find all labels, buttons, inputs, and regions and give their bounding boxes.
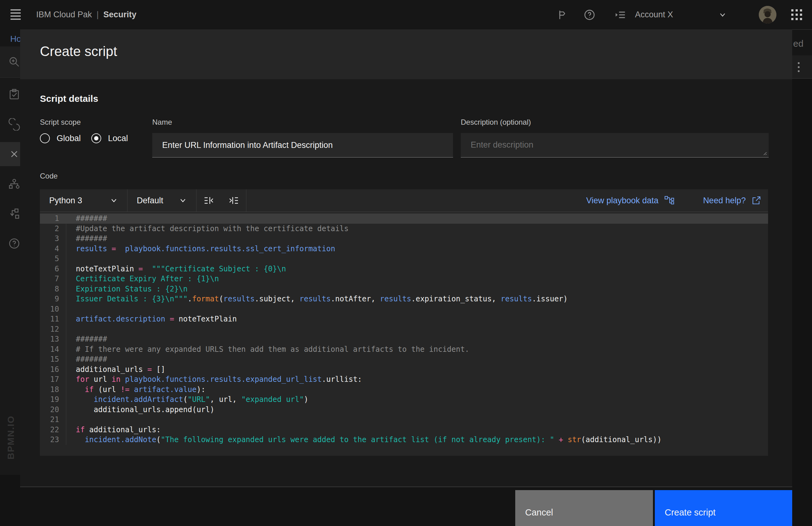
modal-footer: Cancel Create script [20, 487, 792, 526]
line-number: 19 [40, 394, 66, 405]
line-number: 3 [40, 234, 66, 244]
line-number: 13 [40, 334, 66, 345]
code-line[interactable]: 23 incident.addNote("The following expan… [40, 435, 768, 445]
clipboard-check-icon[interactable] [8, 88, 20, 101]
resize-handle-icon[interactable] [762, 150, 767, 156]
brand-separator: | [97, 10, 99, 19]
tree-view-icon [664, 195, 675, 206]
page-behind-row [792, 55, 812, 78]
brand-name: IBM Cloud Pak [36, 10, 92, 19]
modal-title: Create script [40, 44, 117, 59]
line-number: 7 [40, 274, 66, 284]
task-list-icon[interactable] [612, 0, 629, 29]
code-label: Code [40, 172, 58, 180]
code-line[interactable]: 11artifact.description = noteTextPlain [40, 314, 768, 324]
cancel-button[interactable]: Cancel [515, 490, 653, 526]
line-number: 9 [40, 294, 66, 304]
line-number: 22 [40, 425, 66, 435]
code-line[interactable]: 7Certificate Expiry After : {1}\n [40, 274, 768, 284]
code-editor[interactable]: 1#######2#Update the artifact descriptio… [40, 211, 768, 456]
code-line[interactable]: 6noteTextPlain = """Certificate Subject … [40, 264, 768, 274]
need-help-link[interactable]: Need help? [703, 195, 761, 205]
view-playbook-data-label: View playbook data [586, 196, 658, 205]
language-dropdown[interactable]: Python 3 [40, 189, 127, 211]
code-line[interactable]: 3####### [40, 234, 768, 244]
code-line[interactable]: 2#Update the artifact description with t… [40, 224, 768, 234]
line-number: 8 [40, 284, 66, 294]
name-label: Name [152, 118, 172, 127]
org-chart-icon[interactable] [8, 178, 20, 190]
top-header: IBM Cloud Pak | Security Account X [0, 0, 812, 29]
code-line[interactable]: 19 incident.addArtifact("URL", url, "exp… [40, 394, 768, 405]
code-line[interactable]: 9Issuer Details : {3}\n""".format(result… [40, 294, 768, 304]
code-line[interactable]: 21 [40, 414, 768, 425]
line-number: 12 [40, 324, 66, 335]
signpost-icon[interactable] [551, 0, 569, 29]
chevron-down-icon [179, 196, 187, 205]
avatar[interactable] [759, 6, 777, 24]
help-icon[interactable] [8, 237, 20, 250]
swirl-icon[interactable] [8, 118, 20, 131]
launch-icon [751, 195, 761, 205]
create-script-button[interactable]: Create script [655, 490, 792, 526]
code-line[interactable]: 12 [40, 324, 768, 335]
description-placeholder: Enter description [471, 140, 534, 149]
section-heading: Script details [40, 93, 98, 104]
line-number: 16 [40, 365, 66, 375]
script-scope-label: Script scope [40, 118, 81, 127]
name-input[interactable]: Enter URL Information into Artifact Desc… [152, 133, 453, 158]
line-number: 20 [40, 405, 66, 415]
code-line[interactable]: 1####### [40, 214, 768, 224]
account-menu[interactable]: Account X [635, 0, 691, 29]
line-number: 23 [40, 435, 66, 445]
code-line[interactable]: 10 [40, 304, 768, 315]
chevron-down-icon [110, 196, 118, 205]
line-number: 21 [40, 414, 66, 425]
radio-icon [40, 133, 50, 143]
code-line[interactable]: 15####### [40, 354, 768, 365]
outdent-icon[interactable] [197, 189, 221, 211]
zoom-in-icon[interactable] [8, 56, 20, 68]
theme-value: Default [137, 196, 163, 205]
page-behind-strip: ed [792, 29, 812, 526]
line-number: 15 [40, 354, 66, 365]
language-value: Python 3 [49, 196, 82, 205]
line-number: 6 [40, 264, 66, 274]
description-textarea[interactable]: Enter description [461, 133, 769, 158]
chevron-down-icon[interactable] [715, 0, 730, 29]
description-label: Description (optional) [461, 118, 531, 127]
code-line[interactable]: 18 if (url != artifact.value): [40, 384, 768, 395]
page-behind-bottom [792, 79, 812, 526]
view-playbook-data-link[interactable]: View playbook data [586, 195, 675, 206]
line-number: 11 [40, 314, 66, 324]
help-icon[interactable] [581, 0, 598, 29]
radio-label: Global [57, 134, 81, 143]
code-line[interactable]: 22if additional_urls: [40, 425, 768, 435]
line-number: 17 [40, 375, 66, 384]
script-scope-radio-global[interactable]: Global [40, 133, 81, 143]
code-line[interactable]: 5 [40, 254, 768, 264]
theme-dropdown[interactable]: Default [128, 189, 196, 211]
code-line[interactable]: 17for url in playbook.functions.results.… [40, 375, 768, 384]
overflow-menu-icon[interactable] [798, 60, 807, 74]
close-icon[interactable] [8, 148, 20, 160]
code-line[interactable]: 4results = playbook.functions.results.ss… [40, 244, 768, 254]
sidebar: Ho [0, 29, 20, 475]
app-switcher-icon[interactable] [787, 0, 806, 29]
toolbar-links: View playbook data Need help? [586, 189, 768, 211]
code-line[interactable]: 16additional_urls = [] [40, 365, 768, 375]
code-line[interactable]: 13####### [40, 334, 768, 345]
sidebar-item-home[interactable]: Ho [10, 34, 20, 44]
code-line[interactable]: 8Expiration Status : {2}\n [40, 284, 768, 294]
script-scope-radio-local[interactable]: Local [91, 133, 128, 143]
indent-icon[interactable] [221, 189, 246, 211]
script-scope-group: Global Local [40, 133, 128, 143]
line-number: 1 [40, 214, 66, 224]
radio-icon [91, 133, 101, 143]
code-line[interactable]: 20 additional_urls.append(url) [40, 405, 768, 415]
workflow-icon[interactable] [8, 208, 20, 220]
menu-icon[interactable] [11, 9, 21, 20]
code-line[interactable]: 14# If there were any expanded URLS then… [40, 345, 768, 354]
code-toolbar: Python 3 Default View playb [40, 189, 768, 211]
line-number: 5 [40, 254, 66, 264]
